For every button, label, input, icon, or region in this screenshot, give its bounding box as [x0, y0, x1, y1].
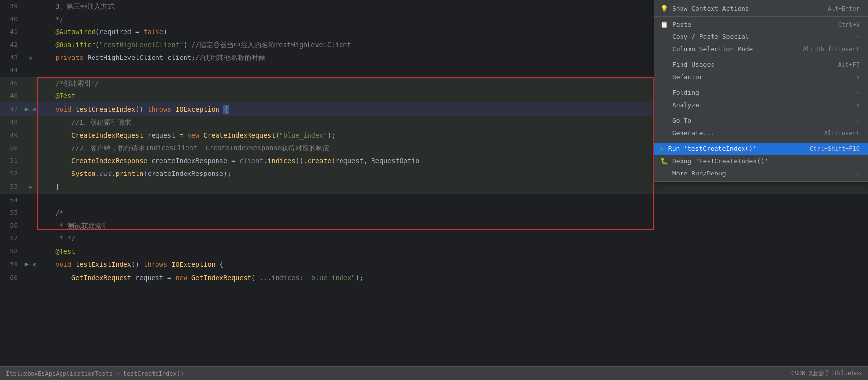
line-number: 49 — [0, 129, 24, 142]
table-row: 60 GetIndexRequest request = new GetInde… — [0, 271, 868, 284]
line-number: 44 — [0, 64, 24, 77]
code-line: /* — [37, 206, 868, 219]
menu-label-folding: Folding — [672, 89, 699, 96]
menu-shortcut-show-context: Alt+Enter — [828, 5, 860, 12]
submenu-arrow-analyze: › — [856, 102, 860, 109]
menu-item-analyze[interactable]: Analyze › — [654, 99, 868, 111]
menu-separator-2 — [654, 57, 868, 57]
menu-item-column-selection[interactable]: Column Selection Mode Alt+Shift+Insert — [654, 43, 868, 55]
table-row: 53 ⊙ } — [0, 180, 868, 194]
context-menu: 💡 Show Context Actions Alt+Enter 📋 Paste… — [654, 0, 868, 182]
menu-item-generate[interactable]: Generate... Alt+Insert — [654, 127, 868, 139]
gutter — [24, 64, 37, 77]
menu-label-run: Run 'testCreateIndex()' — [668, 145, 757, 152]
menu-shortcut-generate: Alt+Insert — [824, 130, 860, 137]
line-number: 45 — [0, 77, 24, 89]
debug-icon: 🐛 — [660, 157, 668, 165]
menu-label-paste: Paste — [672, 21, 691, 28]
table-row: 55 /* — [0, 206, 868, 219]
table-row: 59 ▶ ⊙ void testExistIndex() throws IOEx… — [0, 258, 868, 271]
menu-shortcut-column: Alt+Shift+Insert — [803, 46, 860, 53]
menu-label-debug: Debug 'testCreateIndex()' — [672, 157, 769, 165]
table-row: 54 — [0, 194, 868, 206]
menu-label-goto: Go To — [672, 117, 691, 124]
menu-item-run[interactable]: ▶ Run 'testCreateIndex()' Ctrl+Shift+F10 — [654, 143, 868, 155]
menu-item-paste[interactable]: 📋 Paste Ctrl+V — [654, 18, 868, 30]
line-number: 48 — [0, 116, 24, 129]
line-number: 43 — [0, 51, 24, 64]
menu-item-show-context[interactable]: 💡 Show Context Actions Alt+Enter — [654, 2, 868, 15]
line-number: 56 — [0, 219, 24, 232]
menu-item-goto[interactable]: Go To › — [654, 115, 868, 127]
status-bar: ItbluxboxEsApiApplicationTests › testCre… — [0, 366, 868, 380]
menu-shortcut-find-usages: Alt+F7 — [838, 61, 860, 68]
submenu-arrow-copy-paste: › — [856, 33, 860, 40]
gutter — [24, 219, 37, 232]
menu-item-find-usages[interactable]: Find Usages Alt+F7 — [654, 58, 868, 71]
line-number: 41 — [0, 26, 24, 38]
line-number: 60 — [0, 271, 24, 284]
gutter — [24, 245, 37, 258]
menu-item-copy-paste-special[interactable]: Copy / Paste Special › — [654, 30, 868, 43]
menu-separator-1 — [654, 16, 868, 17]
submenu-arrow-refactor: › — [856, 74, 860, 81]
line-number: 42 — [0, 38, 24, 51]
line-number: 53 — [0, 180, 24, 194]
table-row: 57 * */ — [0, 232, 868, 245]
gutter — [24, 206, 37, 219]
menu-shortcut-paste: Ctrl+V — [838, 21, 860, 28]
gutter-recycle-icon: ♻ — [29, 54, 32, 61]
menu-item-debug[interactable]: 🐛 Debug 'testCreateIndex()' — [654, 155, 868, 167]
gutter — [24, 0, 37, 13]
code-line: GetIndexRequest request = new GetIndexRe… — [37, 271, 868, 284]
menu-shortcut-run: Ctrl+Shift+F10 — [810, 146, 860, 152]
menu-item-refactor[interactable]: Refactor › — [654, 71, 868, 83]
status-right: CSDN @蓝盒子itbluebox — [791, 369, 862, 378]
breadcrumb: ItbluxboxEsApiApplicationTests › testCre… — [6, 370, 184, 377]
code-line: } — [37, 180, 868, 194]
bulb-icon: 💡 — [660, 5, 668, 12]
menu-separator-4 — [654, 113, 868, 113]
status-left: ItbluxboxEsApiApplicationTests › testCre… — [6, 370, 184, 377]
gutter — [24, 129, 37, 142]
gutter: ⊙ — [24, 180, 37, 194]
menu-item-more-run[interactable]: More Run/Debug › — [654, 167, 868, 179]
code-line: * 测试获取索引 — [37, 219, 868, 232]
menu-label-generate: Generate... — [672, 129, 714, 137]
gutter — [24, 77, 37, 89]
gutter — [24, 89, 37, 102]
gutter-bookmark-icon: ⊙ — [33, 106, 37, 113]
editor-area: 39 3、第三种注入方式 40 */ 41 @Autowired(require… — [0, 0, 868, 366]
menu-label-column-selection: Column Selection Mode — [672, 45, 753, 53]
gutter — [24, 167, 37, 180]
menu-item-folding[interactable]: Folding › — [654, 87, 868, 99]
line-number: 39 — [0, 0, 24, 13]
submenu-arrow-goto: › — [856, 117, 860, 124]
gutter — [24, 13, 37, 26]
table-row: 58 @Test — [0, 245, 868, 258]
gutter-collapse-icon: ⊙ — [29, 184, 32, 190]
submenu-arrow-more-run: › — [856, 170, 860, 177]
line-number: 54 — [0, 194, 24, 206]
code-line: @Test — [37, 245, 868, 258]
line-number: 52 — [0, 167, 24, 180]
code-line: void testExistIndex() throws IOException… — [37, 258, 868, 271]
gutter: ▶ ⊙ — [24, 258, 37, 271]
gutter — [24, 154, 37, 167]
gutter — [24, 116, 37, 129]
status-right-text: CSDN @蓝盒子itbluebox — [791, 370, 862, 377]
gutter-bookmark-icon-2: ⊙ — [33, 262, 37, 268]
menu-label-analyze: Analyze — [672, 101, 699, 109]
line-number: 51 — [0, 154, 24, 167]
menu-label-more-run: More Run/Debug — [672, 170, 726, 177]
gutter-run-icon: ▶ — [25, 105, 29, 113]
gutter: ♻ — [24, 51, 37, 64]
line-number: 58 — [0, 245, 24, 258]
menu-label-refactor: Refactor — [672, 73, 703, 81]
table-row: 56 * 测试获取索引 — [0, 219, 868, 232]
line-number: 47 — [0, 102, 24, 116]
line-number: 55 — [0, 206, 24, 219]
menu-label-copy-paste-special: Copy / Paste Special — [672, 33, 749, 40]
gutter — [24, 142, 37, 154]
submenu-arrow-folding: › — [856, 89, 860, 96]
